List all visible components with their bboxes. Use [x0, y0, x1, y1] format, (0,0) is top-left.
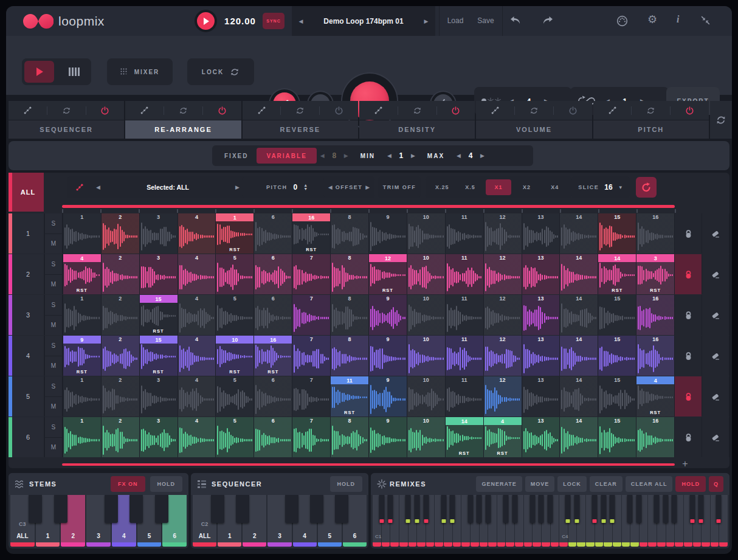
- lock-icon[interactable]: [675, 336, 702, 376]
- lock-icon[interactable]: [675, 213, 702, 254]
- black-key[interactable]: [503, 495, 509, 523]
- min-next-button[interactable]: ▶: [407, 153, 419, 159]
- slice-cell[interactable]: 7: [292, 295, 330, 335]
- slice-cell[interactable]: 2: [102, 254, 139, 294]
- rate-x4[interactable]: X4: [542, 179, 568, 195]
- min-prev-button[interactable]: ◀: [384, 153, 395, 159]
- slice-cell[interactable]: 14: [560, 376, 598, 417]
- clear-all-button[interactable]: CLEAR ALL: [626, 476, 673, 492]
- playhead-bar[interactable]: [62, 205, 675, 208]
- black-key[interactable]: [574, 495, 579, 523]
- slice-cell[interactable]: 3RST: [636, 254, 674, 294]
- fixed-button[interactable]: FIXED: [216, 153, 257, 159]
- add-button[interactable]: +: [678, 457, 692, 471]
- black-key[interactable]: [29, 495, 42, 523]
- track-number[interactable]: 2: [12, 254, 44, 294]
- resize-button[interactable]: [700, 15, 711, 26]
- slice-cell[interactable]: 2: [102, 213, 139, 254]
- undo-button[interactable]: [509, 16, 522, 26]
- slice-cell[interactable]: 6: [254, 417, 292, 457]
- slice-cell[interactable]: 1RST: [216, 213, 253, 254]
- slice-cell[interactable]: 14: [560, 213, 598, 254]
- slice-cell[interactable]: 4RST: [63, 254, 101, 294]
- slice-cell[interactable]: 6: [254, 213, 292, 254]
- slice-cell[interactable]: 15: [598, 376, 636, 417]
- clear-button[interactable]: CLEAR: [590, 476, 622, 492]
- black-key[interactable]: [477, 495, 482, 523]
- dice-icon[interactable]: [9, 106, 47, 115]
- bpm-display[interactable]: 120.00: [220, 6, 260, 36]
- slice-cell[interactable]: 12RST: [369, 254, 407, 294]
- black-key[interactable]: [610, 495, 615, 523]
- grid-scrollbar[interactable]: [62, 463, 675, 466]
- rate-x5[interactable]: X.5: [457, 179, 483, 195]
- slice-cell[interactable]: 16: [636, 336, 674, 376]
- track-number[interactable]: 3: [12, 295, 44, 335]
- refresh-icon[interactable]: [398, 106, 436, 115]
- lock-icon[interactable]: [675, 376, 702, 417]
- refresh-icon[interactable]: [281, 106, 319, 115]
- quantize-button[interactable]: Q: [709, 476, 723, 492]
- slice-cell[interactable]: 14: [560, 295, 598, 335]
- slice-cell[interactable]: 16: [636, 213, 674, 254]
- black-key[interactable]: [335, 495, 348, 523]
- slice-cell[interactable]: 5: [216, 376, 253, 417]
- slice-cell[interactable]: 7: [292, 376, 330, 417]
- slice-cell[interactable]: 9: [369, 417, 407, 457]
- black-key[interactable]: [529, 495, 535, 523]
- eraser-icon[interactable]: [702, 417, 729, 457]
- black-key[interactable]: [441, 495, 446, 523]
- slice-cell[interactable]: 9RST: [63, 336, 101, 376]
- slice-cell[interactable]: 16RST: [292, 213, 330, 254]
- black-key[interactable]: [285, 495, 298, 523]
- slice-cell[interactable]: 15: [598, 295, 636, 335]
- slice-cell[interactable]: 6: [254, 295, 292, 335]
- move-button[interactable]: MOVE: [525, 476, 555, 492]
- trim-button[interactable]: TRIM OFF: [378, 176, 421, 198]
- slice-cell[interactable]: 10: [407, 295, 445, 335]
- black-key[interactable]: [155, 495, 168, 523]
- black-key[interactable]: [512, 495, 517, 523]
- slice-cell[interactable]: 1: [63, 417, 101, 457]
- slice-cell[interactable]: 10RST: [216, 336, 253, 376]
- slice-cell[interactable]: 7: [292, 417, 330, 457]
- black-key[interactable]: [627, 495, 633, 523]
- track-number[interactable]: 1: [12, 213, 44, 254]
- slice-cell[interactable]: 11: [446, 254, 483, 294]
- slice-cell[interactable]: 1: [63, 295, 101, 335]
- play-button[interactable]: [195, 10, 217, 32]
- offset-right-button[interactable]: ▶: [364, 184, 371, 190]
- preset-next-button[interactable]: ▶: [417, 18, 435, 24]
- track-number[interactable]: 5: [12, 376, 44, 417]
- slice-cell[interactable]: 15: [598, 336, 636, 376]
- slice-cell[interactable]: 12: [484, 376, 522, 417]
- slice-cell[interactable]: 4: [178, 213, 216, 254]
- slice-cell[interactable]: 15RST: [140, 336, 178, 376]
- max-prev-button[interactable]: ◀: [453, 153, 464, 159]
- tab-sequencer[interactable]: SEQUENCER: [9, 120, 124, 139]
- power-icon[interactable]: [320, 106, 358, 115]
- slice-cell[interactable]: 16RST: [254, 336, 292, 376]
- preset-prev-button[interactable]: ◀: [292, 18, 310, 24]
- global-refresh-button[interactable]: [710, 101, 732, 139]
- stems-hold-button[interactable]: HOLD: [150, 476, 183, 492]
- eraser-icon[interactable]: [702, 213, 729, 254]
- slice-cell[interactable]: 3: [140, 254, 178, 294]
- black-key[interactable]: [423, 495, 429, 523]
- solo-button[interactable]: S: [45, 254, 62, 274]
- black-key[interactable]: [211, 495, 224, 523]
- slice-cell[interactable]: 1: [63, 376, 101, 417]
- slice-cell[interactable]: 11: [446, 376, 483, 417]
- slice-cell[interactable]: 15RST: [140, 295, 178, 335]
- slice-cell[interactable]: 8: [331, 254, 368, 294]
- black-key[interactable]: [105, 495, 118, 523]
- offset-left-button[interactable]: ◀: [326, 184, 334, 190]
- slice-cell[interactable]: 5: [216, 417, 253, 457]
- slice-cell[interactable]: 13: [522, 254, 560, 294]
- solo-button[interactable]: S: [45, 213, 62, 233]
- slice-cell[interactable]: 12: [484, 295, 522, 335]
- black-key[interactable]: [54, 495, 67, 523]
- slice-cell[interactable]: 3: [140, 213, 178, 254]
- black-key[interactable]: [450, 495, 455, 523]
- black-key[interactable]: [485, 495, 491, 523]
